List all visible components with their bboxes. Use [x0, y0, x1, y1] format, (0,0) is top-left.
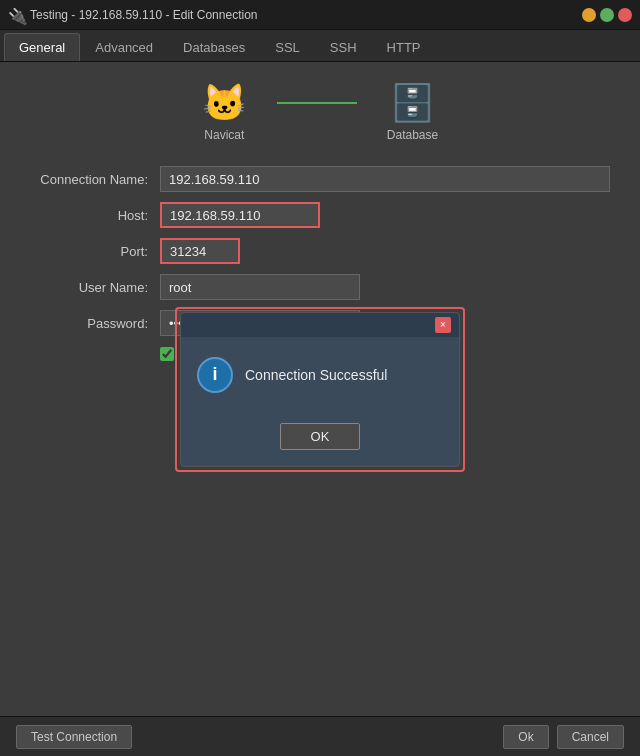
close-button[interactable]: ×: [618, 8, 632, 22]
app-icon: 🔌: [8, 7, 24, 23]
tab-http[interactable]: HTTP: [372, 33, 436, 61]
dialog-border-highlight: × i Connection Successful OK: [175, 307, 465, 472]
tab-ssh[interactable]: SSH: [315, 33, 372, 61]
info-icon: i: [197, 357, 233, 393]
tab-ssl[interactable]: SSL: [260, 33, 315, 61]
minimize-button[interactable]: −: [582, 8, 596, 22]
title-bar-left: 🔌 Testing - 192.168.59.110 - Edit Connec…: [8, 7, 257, 23]
ok-footer-button[interactable]: Ok: [503, 725, 548, 749]
dialog-close-button[interactable]: ×: [435, 317, 451, 333]
cancel-footer-button[interactable]: Cancel: [557, 725, 624, 749]
tab-databases[interactable]: Databases: [168, 33, 260, 61]
ok-button[interactable]: OK: [280, 423, 361, 450]
success-dialog: × i Connection Successful OK: [180, 312, 460, 467]
bottom-right-buttons: Ok Cancel: [503, 725, 624, 749]
title-bar: 🔌 Testing - 192.168.59.110 - Edit Connec…: [0, 0, 640, 30]
main-content: 🐱 Navicat 🗄️ Database Connection Name: H…: [0, 62, 640, 716]
tab-row: General Advanced Databases SSL SSH HTTP: [0, 30, 640, 62]
bottom-bar: Test Connection Ok Cancel: [0, 716, 640, 756]
maximize-button[interactable]: □: [600, 8, 614, 22]
window-controls: − □ ×: [582, 8, 632, 22]
window-title: Testing - 192.168.59.110 - Edit Connecti…: [30, 8, 257, 22]
test-connection-button[interactable]: Test Connection: [16, 725, 132, 749]
dialog-footer: OK: [181, 413, 459, 466]
dialog-overlay: × i Connection Successful OK: [0, 62, 640, 716]
tab-general[interactable]: General: [4, 33, 80, 61]
dialog-body: i Connection Successful: [181, 337, 459, 413]
dialog-titlebar: ×: [181, 313, 459, 337]
dialog-message: Connection Successful: [245, 367, 387, 383]
tab-advanced[interactable]: Advanced: [80, 33, 168, 61]
